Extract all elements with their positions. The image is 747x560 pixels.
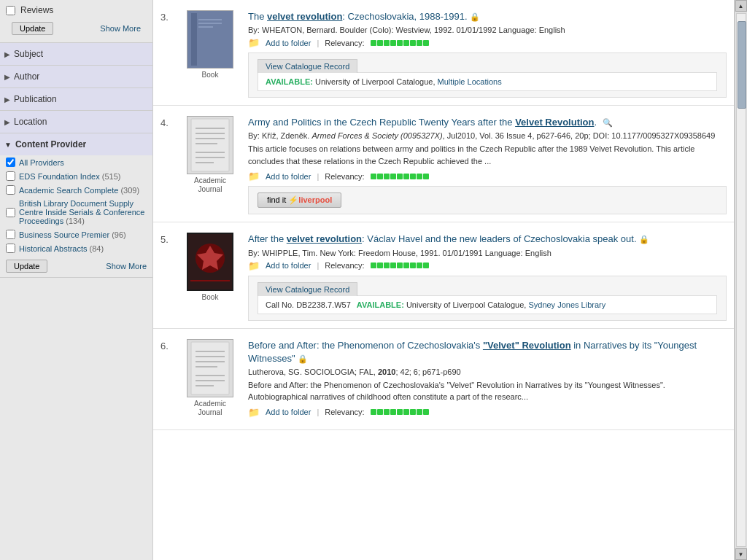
- filter-eds-checkbox[interactable]: [6, 171, 15, 181]
- filter-all-providers: All Providers: [0, 155, 152, 169]
- result-title-link-5[interactable]: After the velvet revolution: Václav Have…: [248, 233, 637, 244]
- location-link-3[interactable]: Multiple Locations: [438, 77, 502, 86]
- result-thumb-5: Book: [181, 233, 239, 320]
- find-it-button-4[interactable]: find it ⚡liverpool: [258, 192, 341, 208]
- svg-rect-4: [198, 26, 213, 28]
- result-title-link-4[interactable]: Army and Politics in the Czech Republic …: [248, 117, 597, 128]
- book-cover-5: [187, 233, 233, 291]
- filter-all-checkbox[interactable]: [6, 158, 15, 167]
- reviews-section: Reviews Update Show More: [0, 0, 152, 43]
- content-provider-arrow: ▼: [4, 141, 12, 149]
- svg-rect-2: [198, 19, 222, 20]
- folder-icon-4: 📁: [248, 171, 260, 182]
- result-meta-3: By: WHEATON, Bernard. Boulder (Colo): We…: [248, 26, 727, 34]
- sidebar-item-label-subject: Subject: [14, 49, 43, 59]
- catalogue-panel-4: find it ⚡liverpool: [248, 186, 727, 214]
- filter-eds-link[interactable]: EDS Foundation Index (515): [19, 172, 120, 181]
- result-meta-5: By: WHIPPLE, Tim. New York: Freedom Hous…: [248, 249, 727, 257]
- folder-icon-3: 📁: [248, 37, 260, 48]
- result-actions-6: 📁 Add to folder | Relevancy:: [248, 407, 727, 418]
- result-title-6: Before and After: the Phenomenon of Czec…: [248, 339, 727, 365]
- sidebar-item-location[interactable]: ▶ Location: [0, 111, 152, 133]
- add-to-folder-3[interactable]: Add to folder: [266, 39, 311, 47]
- filter-british: British Library Document Supply Centre I…: [0, 197, 152, 228]
- result-number-3: 3.: [160, 10, 181, 98]
- main-results: 3. Book The velvet revolution: Czechoslo…: [153, 0, 734, 560]
- filter-historical: Historical Abstracts (84): [0, 241, 152, 255]
- result-title-link-6[interactable]: Before and After: the Phenomenon of Czec…: [248, 340, 697, 364]
- sidebar-item-label-location: Location: [14, 117, 47, 127]
- filter-historical-checkbox[interactable]: [6, 244, 15, 253]
- scrollbar-track[interactable]: [736, 13, 746, 547]
- content-provider-label: Content Provider: [15, 139, 86, 149]
- location-link-5[interactable]: Sydney Jones Library: [528, 300, 605, 309]
- book-thumb-3: [187, 10, 233, 69]
- filter-academic: Academic Search Complete (309): [0, 183, 152, 197]
- result-thumb-3: Book: [181, 10, 239, 98]
- add-to-folder-4[interactable]: Add to folder: [266, 172, 311, 181]
- journal-thumb-6: [187, 339, 233, 397]
- call-number-5: Call No. DB2238.7.W57: [266, 300, 351, 309]
- filter-british-link[interactable]: British Library Document Supply Centre I…: [19, 199, 147, 225]
- sidebar-item-subject[interactable]: ▶ Subject: [0, 43, 152, 66]
- find-liverpool-text: ⚡liverpool: [288, 195, 332, 204]
- relevancy-bar-5: [371, 262, 429, 268]
- svg-rect-1: [191, 13, 197, 66]
- show-more-link-bottom[interactable]: Show More: [106, 262, 147, 271]
- add-to-folder-6[interactable]: Add to folder: [266, 408, 311, 416]
- result-type-3: Book: [202, 71, 219, 79]
- content-provider-header[interactable]: ▼ Content Provider: [0, 133, 152, 155]
- filter-business-checkbox[interactable]: [6, 230, 15, 239]
- svg-rect-17: [190, 280, 230, 281]
- svg-rect-5: [191, 119, 229, 171]
- sidebar-item-author[interactable]: ▶ Author: [0, 66, 152, 88]
- svg-rect-18: [191, 342, 229, 394]
- journal-thumb-4: [187, 116, 233, 174]
- result-meta-6: Lutherova, SG. SOCIOLOGIA; FAL, 2010; 42…: [248, 368, 727, 376]
- result-title-5: After the velvet revolution: Václav Have…: [248, 233, 727, 246]
- update-button-top[interactable]: Update: [12, 22, 53, 35]
- result-title-3: The velvet revolution: Czechoslovakia, 1…: [248, 10, 727, 23]
- reviews-checkbox[interactable]: [6, 6, 15, 15]
- catalogue-tab-3[interactable]: View Catalogue Record: [258, 59, 357, 73]
- result-content-4: Army and Politics in the Czech Republic …: [248, 116, 727, 214]
- result-content-6: Before and After: the Phenomenon of Czec…: [248, 339, 727, 422]
- result-thumb-4: AcademicJournal: [181, 116, 239, 214]
- catalogue-content-5: Call No. DB2238.7.W57 AVAILABLE: Univers…: [258, 295, 717, 314]
- filter-business: Business Source Premier (96): [0, 228, 152, 241]
- folder-icon-5: 📁: [248, 260, 260, 271]
- scroll-up-button[interactable]: ▲: [735, 0, 747, 12]
- journal-icon-6: [188, 341, 232, 396]
- folder-icon-6: 📁: [248, 407, 260, 418]
- filter-british-checkbox[interactable]: [6, 208, 15, 217]
- result-content-5: After the velvet revolution: Václav Have…: [248, 233, 727, 320]
- update-button-bottom[interactable]: Update: [6, 260, 47, 273]
- add-to-folder-5[interactable]: Add to folder: [266, 261, 311, 270]
- result-item-4: 4. AcademicJournal: [153, 106, 734, 222]
- abstract-4: This article focuses on relations betwee…: [248, 143, 727, 167]
- show-more-link-top[interactable]: Show More: [100, 24, 141, 33]
- result-number-5: 5.: [160, 233, 181, 320]
- filter-historical-link[interactable]: Historical Abstracts (84): [19, 244, 104, 253]
- catalogue-tab-5[interactable]: View Catalogue Record: [258, 282, 357, 296]
- result-number-4: 4.: [160, 116, 181, 214]
- filter-business-link[interactable]: Business Source Premier (96): [19, 230, 126, 239]
- filter-academic-link[interactable]: Academic Search Complete (309): [19, 186, 139, 195]
- book-icon-3: [188, 12, 232, 67]
- result-item-5: 5. Book After the velvet revolution: Vác…: [153, 222, 734, 328]
- catalogue-panel-3: View Catalogue Record AVAILABLE: Univers…: [248, 52, 727, 98]
- location-arrow: ▶: [4, 118, 10, 126]
- result-thumb-6: AcademicJournal: [181, 339, 239, 422]
- result-title-4: Army and Politics in the Czech Republic …: [248, 116, 727, 129]
- journal-icon-4: [188, 117, 232, 173]
- filter-academic-checkbox[interactable]: [6, 185, 15, 195]
- relevancy-bar-3: [371, 40, 429, 46]
- result-title-link-3[interactable]: The velvet revolution: Czechoslovakia, 1…: [248, 11, 468, 22]
- sidebar-item-publication[interactable]: ▶ Publication: [0, 88, 152, 111]
- filter-all-link[interactable]: All Providers: [19, 158, 64, 167]
- result-content-3: The velvet revolution: Czechoslovakia, 1…: [248, 10, 727, 98]
- sidebar-bottom-buttons: Update Show More: [0, 255, 152, 277]
- scroll-down-button[interactable]: ▼: [735, 548, 747, 560]
- relevancy-bar-6: [371, 409, 429, 415]
- scrollbar-thumb[interactable]: [738, 21, 746, 109]
